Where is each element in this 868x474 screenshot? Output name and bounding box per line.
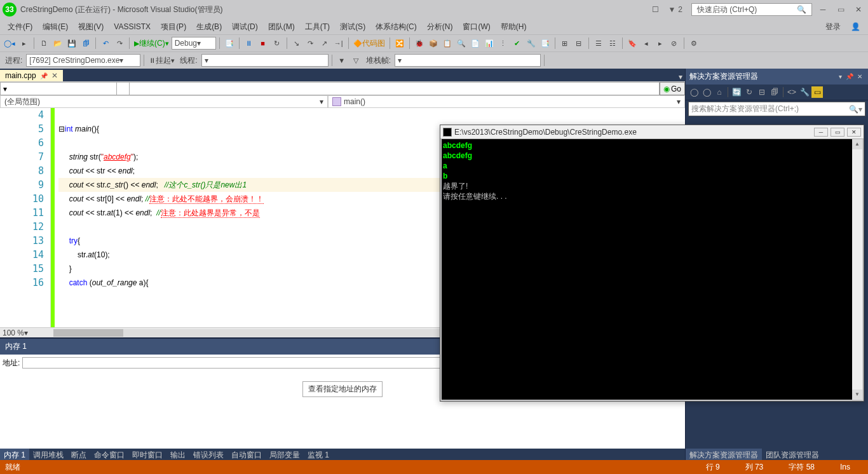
se-sync-icon[interactable]: 🔄	[731, 86, 742, 98]
t-icon-14[interactable]: ⊟	[573, 37, 585, 50]
t-icon-19[interactable]: ⊘	[668, 37, 681, 50]
redo-icon[interactable]: ↷	[113, 37, 126, 50]
menu-analyze[interactable]: 分析(N)	[422, 20, 458, 34]
codemap-button[interactable]: 🔶 代码图	[352, 37, 386, 50]
se-prop-icon[interactable]: 🔧	[799, 86, 810, 98]
user-icon[interactable]: 👤	[846, 21, 865, 32]
menu-window[interactable]: 窗口(W)	[458, 20, 495, 34]
console-maximize-button[interactable]: ▭	[831, 128, 844, 137]
t-icon-6[interactable]: 🔍	[455, 37, 468, 50]
scope-left[interactable]: (全局范围)▾	[0, 96, 328, 108]
se-back-icon[interactable]: ◯	[688, 86, 700, 98]
pause-icon[interactable]: ⏸	[243, 37, 255, 50]
open-file-icon[interactable]: 📂	[51, 37, 64, 50]
suspend-button[interactable]: ⏸ 挂起 ▾	[147, 54, 176, 67]
menu-project[interactable]: 项目(P)	[156, 20, 191, 34]
notification-flag-icon[interactable]: ▼2	[665, 5, 688, 14]
se-fwd-icon[interactable]: ◯	[701, 86, 712, 98]
go-button[interactable]: ◉Go	[660, 82, 685, 95]
se-refresh-icon[interactable]: ↻	[743, 86, 755, 98]
bookmark-icon[interactable]: 🔖	[626, 37, 639, 50]
menu-build[interactable]: 生成(B)	[191, 20, 227, 34]
t-icon-13[interactable]: ⊞	[559, 37, 571, 50]
pin-icon[interactable]: 📌	[40, 72, 48, 79]
t-icon-7[interactable]: 📄	[469, 37, 482, 50]
save-all-icon[interactable]: 🗐	[79, 37, 92, 50]
menu-file[interactable]: 文件(F)	[3, 20, 37, 34]
menu-team[interactable]: 团队(M)	[263, 20, 300, 34]
t-icon-10[interactable]: ✔	[511, 37, 524, 50]
console-window[interactable]: E:\vs2013\CreStringDemo\Debug\CreStringD…	[440, 125, 864, 402]
t-icon-15[interactable]: ☰	[592, 37, 605, 50]
t-icon-3[interactable]: 🐞	[413, 37, 426, 50]
restart-icon[interactable]: ↻	[271, 37, 283, 50]
flag2-icon[interactable]: ▽	[349, 54, 362, 67]
feedback-icon[interactable]: ☐	[649, 5, 661, 14]
minimize-button[interactable]: ─	[816, 4, 830, 15]
se-home-icon[interactable]: ⌂	[714, 86, 725, 98]
t-icon-2[interactable]: 🔀	[393, 37, 406, 50]
menu-help[interactable]: 帮助(H)	[496, 20, 532, 34]
console-body[interactable]: abcdefgabcdefgab越界了!请按任意键继续. . . ▲▼	[442, 139, 862, 400]
menu-view[interactable]: 视图(V)	[73, 20, 109, 34]
maximize-button[interactable]: ▭	[834, 4, 848, 15]
menu-debug[interactable]: 调试(D)	[227, 20, 263, 34]
console-close-button[interactable]: ✕	[847, 128, 861, 137]
nav-back-icon[interactable]: ◯◂	[3, 37, 17, 50]
step-out-icon[interactable]: ↗	[318, 37, 331, 50]
se-tab-solution[interactable]: 解决方案资源管理器	[686, 449, 762, 461]
console-titlebar[interactable]: E:\vs2013\CreStringDemo\Debug\CreStringD…	[440, 125, 864, 139]
t-icon-9[interactable]: ⋮	[497, 37, 510, 50]
se-pin-icon[interactable]: 📌	[844, 73, 855, 80]
stackframe-dropdown[interactable]: ▾	[395, 54, 541, 67]
menu-tools[interactable]: 工具(T)	[300, 20, 335, 34]
config-dropdown[interactable]: Debug ▾	[172, 37, 216, 50]
tab-close-icon[interactable]: ✕	[51, 71, 58, 80]
tabs-overflow-icon[interactable]: ▾	[679, 72, 685, 81]
t-icon-1[interactable]: 📑	[223, 37, 236, 50]
se-code-icon[interactable]: <>	[786, 86, 797, 98]
se-preview-icon[interactable]: ▭	[811, 86, 823, 98]
se-search-input[interactable]: 搜索解决方案资源管理器(Ctrl+;)🔍▾	[688, 102, 865, 116]
menu-vassistx[interactable]: VASSISTX	[109, 21, 156, 32]
tab-main-cpp[interactable]: main.cpp 📌 ✕	[0, 70, 63, 81]
t-icon-18[interactable]: ▸	[654, 37, 667, 50]
step-into-icon[interactable]: ↘	[290, 37, 303, 50]
console-minimize-button[interactable]: ─	[814, 128, 828, 137]
menu-test[interactable]: 测试(S)	[335, 20, 370, 34]
menu-architecture[interactable]: 体系结构(C)	[370, 20, 422, 34]
t-icon-4[interactable]: 📦	[427, 37, 440, 50]
t-icon-11[interactable]: 🔧	[525, 37, 538, 50]
se-collapse-icon[interactable]: ⊟	[756, 86, 768, 98]
t-icon-20[interactable]: ⚙	[688, 37, 700, 50]
nav-fwd-icon[interactable]: ▸	[18, 37, 31, 50]
undo-icon[interactable]: ↶	[99, 37, 112, 50]
t-icon-12[interactable]: 📑	[539, 37, 552, 50]
step-over-icon[interactable]: ↷	[304, 37, 317, 50]
scope-right[interactable]: main()▾	[328, 96, 685, 108]
se-showall-icon[interactable]: 🗐	[769, 86, 780, 98]
console-scrollbar[interactable]: ▲▼	[852, 139, 862, 400]
run-to-cursor-icon[interactable]: →|	[332, 37, 345, 50]
continue-button[interactable]: ▶ 继续(C) ▾	[133, 37, 170, 50]
nav-combo-2[interactable]	[117, 82, 130, 95]
new-project-icon[interactable]: 🗋	[37, 37, 50, 50]
flag-icon[interactable]: ▼	[336, 54, 348, 67]
se-dropdown-icon[interactable]: ▾	[837, 73, 844, 80]
t-icon-8[interactable]: 📊	[483, 37, 496, 50]
t-icon-17[interactable]: ◂	[640, 37, 653, 50]
thread-dropdown[interactable]: ▾	[201, 54, 329, 67]
t-icon-16[interactable]: ☷	[606, 37, 619, 50]
save-icon[interactable]: 💾	[65, 37, 78, 50]
zoom-level[interactable]: 100 %	[3, 328, 24, 337]
stop-icon[interactable]: ■	[257, 37, 269, 50]
nav-combo-1[interactable]: ▾	[0, 82, 117, 95]
sign-in-button[interactable]: 登录	[820, 20, 846, 34]
nav-combo-3[interactable]	[130, 82, 660, 95]
t-icon-5[interactable]: 📋	[441, 37, 454, 50]
process-dropdown[interactable]: [7692] CreStringDemo.exe ▾	[26, 54, 140, 67]
se-tab-team[interactable]: 团队资源管理器	[762, 449, 823, 461]
quick-launch-input[interactable]: 快速启动 (Ctrl+Q)🔍	[691, 3, 812, 16]
close-button[interactable]: ✕	[851, 4, 865, 15]
se-close-icon[interactable]: ✕	[855, 73, 864, 80]
